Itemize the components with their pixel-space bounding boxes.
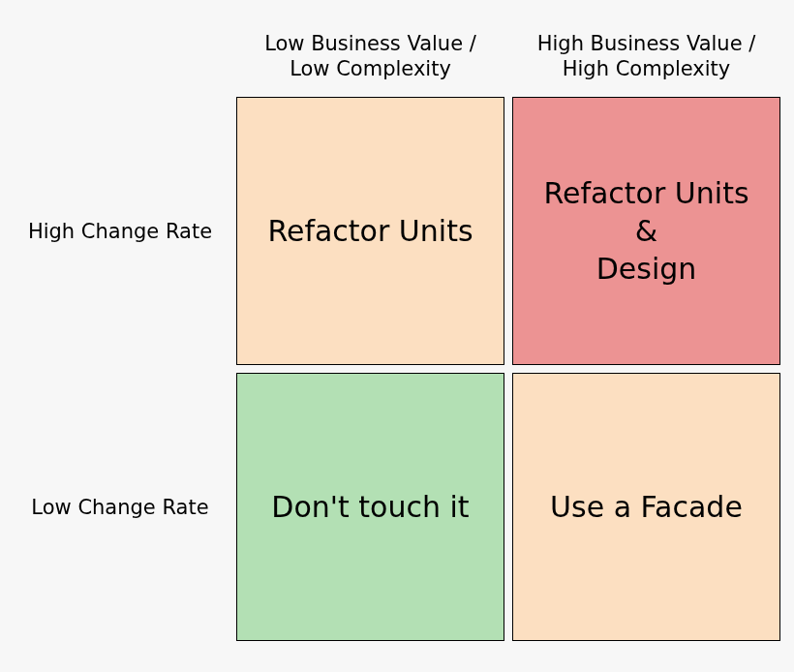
- cell-top-right: Refactor Units & Design: [512, 97, 780, 365]
- row-label-top: High Change Rate: [10, 97, 230, 365]
- cell-bottom-right: Use a Facade: [512, 373, 780, 641]
- matrix-grid: Refactor Units Refactor Units & Design D…: [236, 97, 780, 641]
- cell-bottom-left: Don't touch it: [236, 373, 504, 641]
- col-header-left: Low Business Value / Low Complexity: [236, 31, 504, 82]
- row-label-bottom: Low Change Rate: [10, 373, 230, 641]
- col-header-right: High Business Value / High Complexity: [512, 31, 780, 82]
- cell-top-left: Refactor Units: [236, 97, 504, 365]
- quadrant-diagram: Low Business Value / Low Complexity High…: [0, 0, 794, 672]
